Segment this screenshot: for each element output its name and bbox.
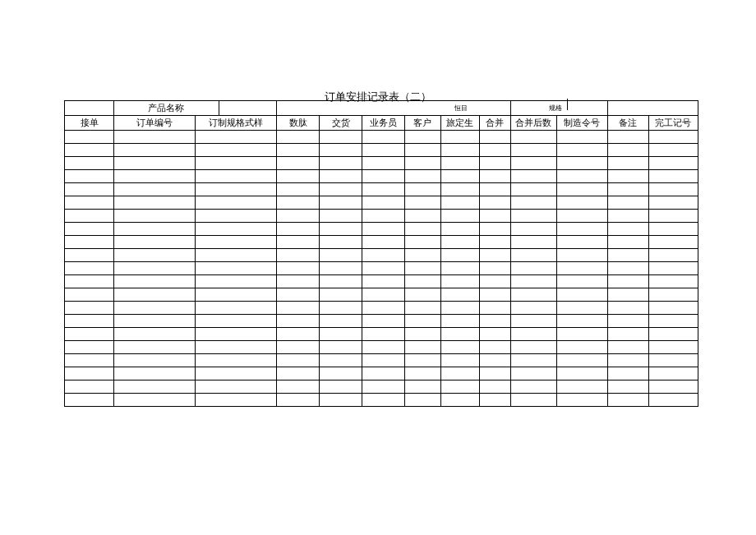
cell bbox=[114, 288, 196, 302]
cell bbox=[556, 262, 607, 275]
cell bbox=[277, 210, 320, 223]
cell-blank-4 bbox=[510, 101, 607, 116]
cell bbox=[648, 210, 698, 223]
cell bbox=[648, 275, 698, 288]
cell bbox=[195, 131, 277, 144]
cell bbox=[320, 367, 362, 380]
cell bbox=[65, 302, 114, 315]
cell bbox=[65, 196, 114, 210]
cell bbox=[510, 275, 556, 288]
cell bbox=[607, 354, 648, 367]
cell bbox=[114, 196, 196, 210]
cell bbox=[607, 302, 648, 315]
cell bbox=[277, 144, 320, 157]
cell bbox=[556, 394, 607, 407]
cell bbox=[277, 354, 320, 367]
cell bbox=[195, 288, 277, 302]
cell bbox=[480, 288, 510, 302]
cell bbox=[510, 328, 556, 341]
cell bbox=[404, 394, 440, 407]
cell bbox=[362, 131, 405, 144]
cell bbox=[404, 223, 440, 236]
cell bbox=[277, 315, 320, 328]
cell bbox=[648, 380, 698, 394]
cell bbox=[440, 328, 480, 341]
table-row bbox=[65, 210, 698, 223]
cell bbox=[362, 367, 405, 380]
cell bbox=[195, 354, 277, 367]
cell bbox=[480, 315, 510, 328]
cell bbox=[114, 223, 196, 236]
cell bbox=[556, 341, 607, 354]
cell bbox=[362, 262, 405, 275]
col-order-no: 订单编号 bbox=[114, 116, 196, 131]
cell bbox=[607, 394, 648, 407]
cell bbox=[440, 196, 480, 210]
cell bbox=[480, 367, 510, 380]
table-row bbox=[65, 223, 698, 236]
cell bbox=[320, 183, 362, 196]
cell bbox=[114, 131, 196, 144]
cell bbox=[607, 262, 648, 275]
cell bbox=[277, 394, 320, 407]
cell bbox=[65, 249, 114, 262]
cell bbox=[277, 341, 320, 354]
cell bbox=[510, 144, 556, 157]
table-row bbox=[65, 328, 698, 341]
cell bbox=[556, 354, 607, 367]
cell bbox=[480, 249, 510, 262]
cell bbox=[195, 315, 277, 328]
cell bbox=[480, 380, 510, 394]
cell bbox=[440, 144, 480, 157]
cell bbox=[404, 328, 440, 341]
cell bbox=[440, 131, 480, 144]
cell bbox=[277, 131, 320, 144]
cell bbox=[480, 183, 510, 196]
cell bbox=[277, 288, 320, 302]
cell bbox=[607, 236, 648, 249]
col-merge: 合并 bbox=[480, 116, 510, 131]
cell bbox=[195, 223, 277, 236]
cell bbox=[404, 131, 440, 144]
cell bbox=[320, 380, 362, 394]
cell bbox=[277, 367, 320, 380]
cell bbox=[114, 367, 196, 380]
cell bbox=[404, 183, 440, 196]
cell bbox=[277, 223, 320, 236]
cell-blank-2 bbox=[219, 101, 277, 116]
cell bbox=[440, 354, 480, 367]
cell bbox=[607, 380, 648, 394]
cell bbox=[607, 144, 648, 157]
cell bbox=[320, 288, 362, 302]
cell bbox=[556, 183, 607, 196]
cell bbox=[195, 367, 277, 380]
cell bbox=[648, 288, 698, 302]
cell bbox=[404, 354, 440, 367]
cell bbox=[480, 262, 510, 275]
cell bbox=[480, 223, 510, 236]
cell bbox=[607, 223, 648, 236]
cell bbox=[195, 196, 277, 210]
cell bbox=[195, 328, 277, 341]
cell bbox=[480, 210, 510, 223]
cell bbox=[648, 236, 698, 249]
cell bbox=[480, 157, 510, 170]
cell bbox=[195, 249, 277, 262]
cell bbox=[510, 236, 556, 249]
cell bbox=[648, 315, 698, 328]
cell bbox=[607, 210, 648, 223]
cell bbox=[195, 380, 277, 394]
cell bbox=[556, 302, 607, 315]
cell bbox=[404, 144, 440, 157]
cell bbox=[404, 302, 440, 315]
cell bbox=[440, 210, 480, 223]
cell bbox=[65, 183, 114, 196]
cell bbox=[648, 302, 698, 315]
cell bbox=[65, 275, 114, 288]
cell bbox=[607, 249, 648, 262]
cell bbox=[277, 380, 320, 394]
cell bbox=[404, 262, 440, 275]
cell bbox=[65, 394, 114, 407]
cell bbox=[510, 131, 556, 144]
cell bbox=[114, 236, 196, 249]
